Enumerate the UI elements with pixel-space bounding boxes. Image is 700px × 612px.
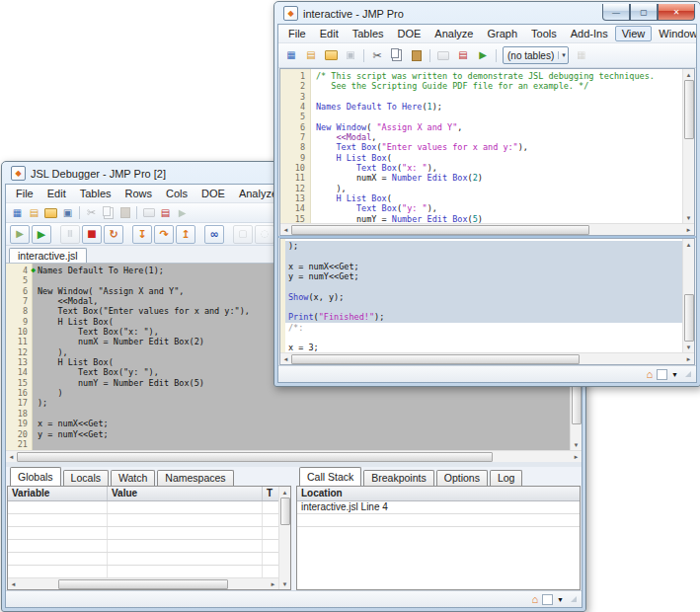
scrollbar-thumb[interactable]	[17, 452, 493, 462]
scrollbar-thumb[interactable]	[291, 354, 580, 364]
breakpoints-icon[interactable]	[204, 225, 224, 244]
log-line[interactable]	[285, 281, 682, 291]
debugger-code-hscrollbar[interactable]: ◄ ►	[6, 450, 582, 462]
menu-item-doe[interactable]: DOE	[194, 186, 232, 201]
menu-item-cols[interactable]: Cols	[159, 186, 194, 201]
scroll-right-icon[interactable]: ►	[268, 578, 278, 589]
debug-run-icon[interactable]	[10, 225, 30, 244]
code-line[interactable]: 14 Text Box("y: "),	[280, 203, 682, 213]
log-hscrollbar[interactable]: ◄ ►	[280, 352, 694, 364]
log-line[interactable]	[285, 333, 682, 343]
dropdown-arrow-icon[interactable]: ▼	[671, 371, 678, 378]
pdf-icon[interactable]	[454, 47, 472, 64]
menu-item-tables[interactable]: Tables	[73, 186, 118, 201]
new-data-table-icon[interactable]	[10, 206, 25, 220]
code-line[interactable]: 2 See the Scripting Guide PDF file for a…	[280, 81, 682, 91]
variables-vscrollbar[interactable]: ▲ ▼	[278, 487, 290, 589]
scroll-up-icon[interactable]: ▲	[683, 69, 694, 80]
tables-dropdown[interactable]: (no tables)▾	[503, 46, 569, 64]
tab-namespaces[interactable]: Namespaces	[157, 470, 233, 486]
menu-item-tables[interactable]: Tables	[346, 26, 391, 41]
table-row[interactable]	[8, 540, 278, 553]
tab-globals[interactable]: Globals	[10, 467, 61, 486]
tab-breakpoints[interactable]: Breakpoints	[363, 470, 433, 486]
code-line[interactable]: 4Names Default To Here(1);	[280, 102, 682, 112]
interactive-script-window[interactable]: ◆ interactive - JMP Pro — ▢ ✕ FileEditTa…	[273, 1, 700, 387]
interactive-titlebar[interactable]: ◆ interactive - JMP Pro — ▢ ✕	[277, 2, 697, 24]
tab-locals[interactable]: Locals	[63, 470, 109, 486]
log-line[interactable]: /*:	[285, 323, 682, 333]
open-icon[interactable]	[43, 206, 58, 220]
new-script-icon[interactable]	[27, 206, 41, 220]
save-icon[interactable]	[60, 206, 75, 220]
script-editor-hscrollbar[interactable]: ◄ ►	[280, 223, 694, 235]
scroll-up-icon[interactable]: ▲	[279, 487, 290, 497]
menu-item-file[interactable]: File	[281, 26, 313, 41]
scrollbar-thumb[interactable]	[58, 579, 228, 589]
copy-icon[interactable]	[388, 47, 406, 64]
log-vscrollbar[interactable]: ▲ ▼	[682, 239, 694, 352]
paste-icon[interactable]	[408, 47, 426, 64]
menu-item-graph[interactable]: Graph	[480, 26, 524, 41]
scroll-down-icon[interactable]: ▼	[683, 212, 694, 223]
code-line[interactable]: 11 numX = Number Edit Box(2)	[280, 173, 682, 183]
scroll-right-icon[interactable]: ►	[683, 353, 694, 364]
scroll-right-icon[interactable]: ►	[571, 451, 582, 462]
code-line[interactable]: 15 numY = Number Edit Box(5)	[280, 214, 682, 223]
code-line[interactable]: 22Show(x, y);	[6, 449, 570, 450]
scroll-left-icon[interactable]: ◄	[280, 353, 291, 364]
table-row[interactable]	[8, 527, 278, 540]
scroll-right-icon[interactable]: ►	[683, 224, 694, 235]
scroll-left-icon[interactable]: ◄	[280, 224, 291, 235]
tab-watch[interactable]: Watch	[111, 470, 155, 486]
code-line[interactable]: 18	[6, 409, 570, 419]
log-line[interactable]: Show(x, y);	[285, 292, 682, 302]
dropdown-arrow-icon[interactable]: ▼	[557, 596, 564, 603]
code-line[interactable]: 20y = numY<<Get;	[6, 429, 570, 439]
menu-item-rows[interactable]: Rows	[118, 186, 160, 201]
script-editor-vscrollbar[interactable]: ▲ ▼	[682, 69, 694, 223]
log-line[interactable]: );	[285, 241, 682, 251]
menu-item-tools[interactable]: Tools	[524, 26, 564, 41]
scrollbar-thumb[interactable]	[291, 225, 589, 235]
menu-item-window[interactable]: Window	[652, 26, 697, 41]
reset-icon[interactable]	[104, 225, 123, 244]
table-row[interactable]	[8, 514, 278, 527]
scroll-down-icon[interactable]: ▼	[571, 439, 582, 450]
step-into-icon[interactable]	[132, 225, 152, 244]
code-line[interactable]: 8 Text Box("Enter values for x and y:"),	[280, 142, 682, 152]
resize-grip[interactable]	[571, 596, 577, 602]
cut-icon[interactable]	[368, 47, 386, 64]
log-pane[interactable]: );x = numX<<Get;y = numY<<Get;Show(x, y)…	[280, 239, 682, 352]
log-line[interactable]: Print("Finished!");	[285, 312, 682, 322]
scroll-up-icon[interactable]: ▲	[683, 239, 694, 250]
tab-log[interactable]: Log	[490, 470, 523, 486]
new-data-table-icon[interactable]	[282, 47, 300, 64]
pdf-icon[interactable]	[158, 206, 173, 220]
scrollbar-thumb[interactable]	[280, 497, 290, 525]
code-line[interactable]: 17);	[6, 398, 570, 408]
log-line[interactable]	[285, 302, 682, 312]
home-icon[interactable]: ⌂	[531, 594, 538, 605]
stop-icon[interactable]	[82, 225, 102, 244]
code-line[interactable]: 9 H List Box(	[280, 153, 682, 163]
continue-icon[interactable]	[32, 225, 51, 244]
open-icon[interactable]	[322, 47, 340, 64]
close-button[interactable]: ✕	[658, 4, 695, 21]
table-row[interactable]	[8, 501, 278, 514]
menu-item-doe[interactable]: DOE	[391, 26, 428, 41]
table-row[interactable]	[8, 566, 278, 577]
code-line[interactable]: 7 <<Modal,	[280, 132, 682, 142]
scroll-left-icon[interactable]: ◄	[8, 578, 19, 589]
script-editor[interactable]: 1/* This script was written to demonstra…	[280, 69, 682, 223]
log-line[interactable]: x = numX<<Get;	[285, 262, 682, 271]
code-line[interactable]: 13 H List Box(	[280, 193, 682, 203]
log-line[interactable]: x = 3;	[285, 343, 682, 352]
code-line[interactable]: 21	[6, 439, 570, 449]
scroll-down-icon[interactable]: ▼	[279, 578, 290, 589]
tab-call-stack[interactable]: Call Stack	[299, 467, 361, 486]
step-over-icon[interactable]	[154, 225, 174, 244]
menu-item-edit[interactable]: Edit	[40, 186, 73, 201]
new-script-icon[interactable]	[302, 47, 320, 64]
checkbox-icon[interactable]	[657, 369, 667, 380]
